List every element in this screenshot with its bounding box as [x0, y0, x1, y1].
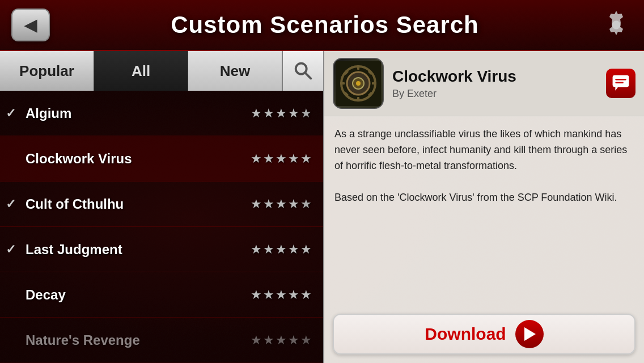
star-icon: ★: [276, 242, 287, 257]
checkmark-icon: ✓: [6, 197, 23, 212]
star-icon: ★: [288, 288, 299, 302]
search-icon: [293, 60, 314, 82]
chat-icon: [612, 74, 630, 92]
star-icon: ★: [300, 151, 312, 166]
star-icon: ★: [263, 197, 274, 212]
rating-stars: ★ ★ ★ ★ ★: [251, 288, 312, 302]
detail-header: Clockwork Virus By Exeter: [324, 51, 644, 116]
star-icon: ★: [300, 242, 312, 257]
svg-marker-16: [615, 87, 618, 90]
scenario-list: ✓ Algium ★ ★ ★ ★ ★ Clockwork Virus ★ ★ ★…: [0, 91, 323, 363]
checkmark-icon: ✓: [6, 242, 23, 257]
star-icon: ★: [300, 333, 312, 348]
list-item[interactable]: ✓ Cult of Cthulhu ★ ★ ★ ★ ★: [0, 182, 323, 227]
scenario-info: Clockwork Virus By Exeter: [392, 67, 598, 100]
page-title: Custom Scenarios Search: [171, 11, 479, 39]
list-item[interactable]: Clockwork Virus ★ ★ ★ ★ ★: [0, 136, 323, 182]
download-button[interactable]: Download: [333, 314, 635, 354]
play-icon: [515, 320, 544, 348]
back-arrow-icon: ◀: [24, 16, 37, 35]
chat-button[interactable]: [606, 69, 635, 98]
tabs-bar: Popular All New: [0, 51, 323, 91]
tab-new[interactable]: New: [188, 51, 282, 91]
svg-line-1: [305, 73, 311, 78]
detail-body: As a strange unclassifiable virus the li…: [324, 116, 644, 308]
svg-rect-15: [613, 75, 629, 87]
svg-rect-17: [615, 79, 626, 81]
back-button[interactable]: ◀: [11, 9, 50, 41]
header: ◀ Custom Scenarios Search: [0, 0, 644, 51]
star-icon: ★: [276, 333, 287, 348]
star-icon: ★: [288, 242, 299, 257]
svg-rect-7: [357, 65, 359, 70]
star-icon: ★: [263, 242, 274, 257]
list-item[interactable]: ✓ Last Judgment ★ ★ ★ ★ ★: [0, 227, 323, 272]
star-icon: ★: [263, 106, 274, 121]
list-item[interactable]: Nature's Revenge ★ ★ ★ ★ ★: [0, 318, 323, 363]
rating-stars: ★ ★ ★ ★ ★: [251, 106, 312, 121]
star-icon: ★: [288, 106, 299, 121]
download-area: Download: [324, 308, 644, 363]
star-icon: ★: [263, 333, 274, 348]
search-button[interactable]: [282, 51, 323, 91]
gear-icon: [602, 11, 630, 39]
star-icon: ★: [288, 197, 299, 212]
settings-button[interactable]: [600, 9, 633, 41]
star-icon: ★: [276, 151, 287, 166]
star-icon: ★: [276, 288, 287, 302]
star-icon: ★: [288, 151, 299, 166]
tab-all[interactable]: All: [94, 51, 188, 91]
rating-stars: ★ ★ ★ ★ ★: [251, 151, 312, 166]
svg-rect-18: [615, 82, 623, 83]
svg-rect-10: [372, 82, 376, 85]
star-icon: ★: [288, 333, 299, 348]
rating-stars: ★ ★ ★ ★ ★: [251, 197, 312, 212]
list-item[interactable]: ✓ Algium ★ ★ ★ ★ ★: [0, 91, 323, 136]
right-panel: Clockwork Virus By Exeter As a strange u…: [323, 51, 644, 363]
svg-rect-9: [340, 82, 345, 85]
description-text: As a strange unclassifiable virus the li…: [334, 126, 634, 205]
clockwork-icon: [336, 61, 381, 106]
main-content: Popular All New ✓ Algium ★: [0, 51, 644, 363]
play-triangle-icon: [524, 327, 536, 341]
star-icon: ★: [300, 288, 312, 302]
scenario-title: Clockwork Virus: [392, 67, 598, 86]
star-icon: ★: [263, 288, 274, 302]
rating-stars: ★ ★ ★ ★ ★: [251, 242, 312, 257]
scenario-author: By Exeter: [392, 88, 598, 100]
tab-popular[interactable]: Popular: [0, 51, 94, 91]
star-icon: ★: [251, 106, 262, 121]
star-icon: ★: [276, 106, 287, 121]
star-icon: ★: [276, 197, 287, 212]
list-item[interactable]: Decay ★ ★ ★ ★ ★: [0, 272, 323, 318]
checkmark-icon: ✓: [6, 106, 23, 121]
left-panel: Popular All New ✓ Algium ★: [0, 51, 323, 363]
star-icon: ★: [263, 151, 274, 166]
star-icon: ★: [251, 197, 262, 212]
svg-point-6: [356, 81, 361, 86]
download-label: Download: [425, 324, 506, 344]
star-icon: ★: [300, 106, 312, 121]
scenario-icon: [333, 58, 384, 109]
star-icon: ★: [251, 288, 262, 302]
star-icon: ★: [251, 151, 262, 166]
rating-stars: ★ ★ ★ ★ ★: [251, 333, 312, 348]
star-icon: ★: [251, 333, 262, 348]
svg-rect-8: [357, 97, 359, 102]
star-icon: ★: [251, 242, 262, 257]
star-icon: ★: [300, 197, 312, 212]
